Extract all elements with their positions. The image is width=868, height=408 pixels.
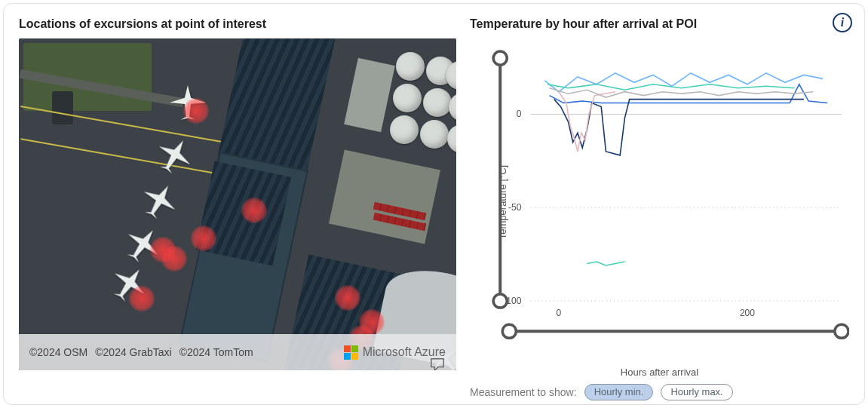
attrib-tomtom: ©2024 TomTom — [179, 346, 253, 358]
svg-text:0: 0 — [517, 109, 522, 119]
dashboard-card: i Locations of excursions at point of in… — [3, 3, 865, 405]
y-slider-handle-bottom[interactable] — [493, 294, 507, 308]
series-run-1[interactable] — [544, 73, 823, 92]
x-slider-handle-right[interactable] — [835, 324, 848, 338]
map-panel: Locations of excursions at point of inte… — [19, 17, 456, 389]
map-image[interactable]: ©2024 OSM ©2024 GrabTaxi ©2024 TomTom Mi… — [19, 38, 456, 370]
hourly-min-button[interactable]: Hourly min. — [584, 384, 654, 400]
hourly-max-button[interactable]: Hourly max. — [661, 384, 732, 400]
measurement-label: Measurement to show: — [470, 386, 577, 398]
attrib-osm: ©2024 OSM — [29, 346, 87, 358]
microsoft-logo-icon — [344, 345, 358, 360]
series-run-5[interactable] — [549, 88, 813, 97]
series-run-7[interactable] — [587, 262, 624, 265]
map-title: Locations of excursions at point of inte… — [19, 17, 456, 31]
y-axis-label: Temperature [°C] — [497, 165, 508, 239]
series-run-4[interactable] — [559, 92, 615, 152]
chart-title: Temperature by hour after arrival at POI — [470, 17, 849, 31]
x-axis-label: Hours after arrival — [470, 367, 849, 378]
svg-text:200: 200 — [740, 308, 755, 318]
map-attribution: ©2024 OSM ©2024 GrabTaxi ©2024 TomTom Mi… — [19, 334, 456, 370]
svg-text:-50: -50 — [508, 202, 522, 213]
temperature-chart[interactable]: 0-50-1000200 — [470, 41, 849, 364]
attrib-grab: ©2024 GrabTaxi — [95, 346, 171, 358]
svg-text:0: 0 — [557, 308, 562, 318]
x-slider-handle-left[interactable] — [502, 324, 516, 338]
measurement-row: Measurement to show: Hourly min. Hourly … — [470, 384, 849, 400]
feedback-icon[interactable] — [429, 357, 446, 370]
chart-panel: Temperature by hour after arrival at POI… — [470, 17, 849, 389]
chart-area: Temperature [°C] 0-50-1000200 — [470, 41, 849, 364]
y-slider-handle-top[interactable] — [493, 51, 507, 65]
